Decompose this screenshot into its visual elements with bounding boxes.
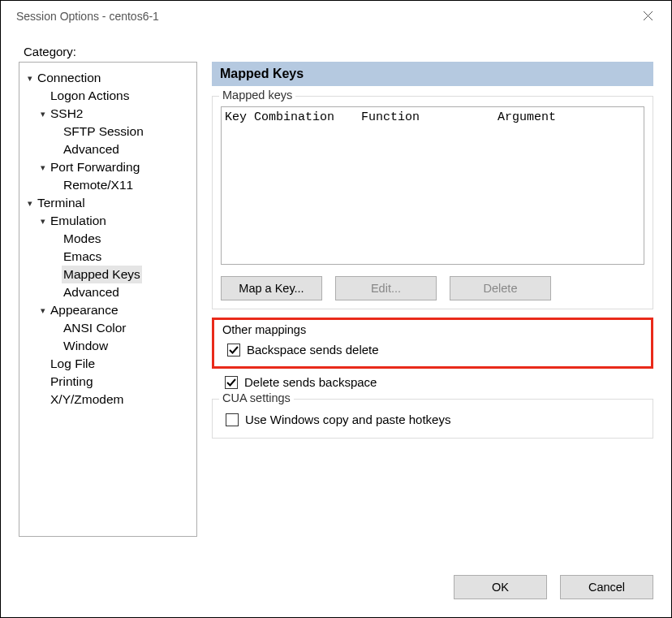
caret-down-icon	[24, 194, 36, 212]
backspace-sends-delete-row[interactable]: Backspace sends delete	[222, 339, 643, 360]
delete-sends-backspace-row[interactable]: Delete sends backspace	[222, 372, 644, 392]
tree-modes[interactable]: Modes	[23, 230, 193, 248]
category-label: Category:	[24, 45, 653, 58]
dialog-footer: OK Cancel	[454, 575, 653, 599]
use-windows-hotkeys-row[interactable]: Use Windows copy and paste hotkeys	[221, 409, 644, 430]
other-mappings-group: Other mappings Backspace sends delete	[212, 318, 653, 369]
tree-ansi-color[interactable]: ANSI Color	[23, 319, 193, 337]
titlebar: Session Options - centos6-1	[4, 4, 668, 28]
tree-window[interactable]: Window	[23, 337, 193, 355]
tree-advanced-emulation[interactable]: Advanced	[23, 283, 193, 301]
tree-remote-x11[interactable]: Remote/X11	[23, 176, 193, 194]
backspace-sends-delete-label: Backspace sends delete	[247, 343, 379, 357]
caret-down-icon	[24, 69, 36, 87]
edit-button[interactable]: Edit...	[335, 276, 437, 300]
tree-emacs[interactable]: Emacs	[23, 248, 193, 266]
col-argument[interactable]: Argument	[498, 110, 640, 124]
tree-connection[interactable]: Connection	[23, 69, 193, 87]
page-title: Mapped Keys	[212, 62, 653, 86]
cua-settings-legend: CUA settings	[219, 391, 294, 404]
tree-ssh2[interactable]: SSH2	[23, 105, 193, 123]
caret-down-icon	[37, 301, 49, 319]
mapped-keys-legend: Mapped keys	[219, 89, 295, 102]
use-windows-hotkeys-label: Use Windows copy and paste hotkeys	[245, 413, 450, 426]
session-options-window: Session Options - centos6-1 Category: Co…	[0, 0, 672, 618]
category-tree[interactable]: Connection Logon Actions SSH2 SFTP Sessi…	[19, 62, 197, 537]
delete-sends-backspace-label: Delete sends backspace	[244, 375, 377, 389]
delete-button[interactable]: Delete	[450, 276, 551, 300]
checkbox-unchecked-icon[interactable]	[226, 413, 239, 426]
close-button[interactable]	[635, 4, 660, 28]
mapped-keys-list[interactable]: Key Combination Function Argument	[221, 106, 644, 265]
tree-terminal[interactable]: Terminal	[23, 194, 193, 212]
col-key-combination[interactable]: Key Combination	[225, 110, 361, 124]
tree-appearance[interactable]: Appearance	[23, 301, 193, 319]
tree-xyzmodem[interactable]: X/Y/Zmodem	[23, 391, 193, 408]
other-mappings-legend: Other mappings	[222, 323, 643, 336]
tree-log-file[interactable]: Log File	[23, 355, 193, 373]
tree-port-forwarding[interactable]: Port Forwarding	[23, 158, 193, 176]
checkbox-checked-icon[interactable]	[227, 344, 240, 357]
caret-down-icon	[37, 158, 49, 176]
tree-mapped-keys[interactable]: Mapped Keys	[23, 266, 193, 283]
tree-sftp-session[interactable]: SFTP Session	[23, 123, 193, 140]
settings-panel: Mapped Keys Mapped keys Key Combination …	[212, 62, 653, 447]
close-icon	[644, 10, 653, 23]
tree-emulation[interactable]: Emulation	[23, 212, 193, 230]
cua-settings-group: CUA settings Use Windows copy and paste …	[212, 399, 653, 439]
list-header: Key Combination Function Argument	[222, 107, 644, 124]
map-a-key-button[interactable]: Map a Key...	[221, 276, 322, 300]
window-title: Session Options - centos6-1	[16, 10, 159, 23]
ok-button[interactable]: OK	[454, 575, 547, 599]
checkbox-checked-icon[interactable]	[225, 376, 238, 389]
cancel-button[interactable]: Cancel	[560, 575, 653, 599]
tree-advanced-ssh[interactable]: Advanced	[23, 140, 193, 158]
tree-printing[interactable]: Printing	[23, 373, 193, 391]
tree-logon-actions[interactable]: Logon Actions	[23, 87, 193, 105]
mapped-keys-group: Mapped keys Key Combination Function Arg…	[212, 96, 653, 309]
caret-down-icon	[37, 105, 49, 123]
caret-down-icon	[37, 212, 49, 230]
col-function[interactable]: Function	[361, 110, 498, 124]
